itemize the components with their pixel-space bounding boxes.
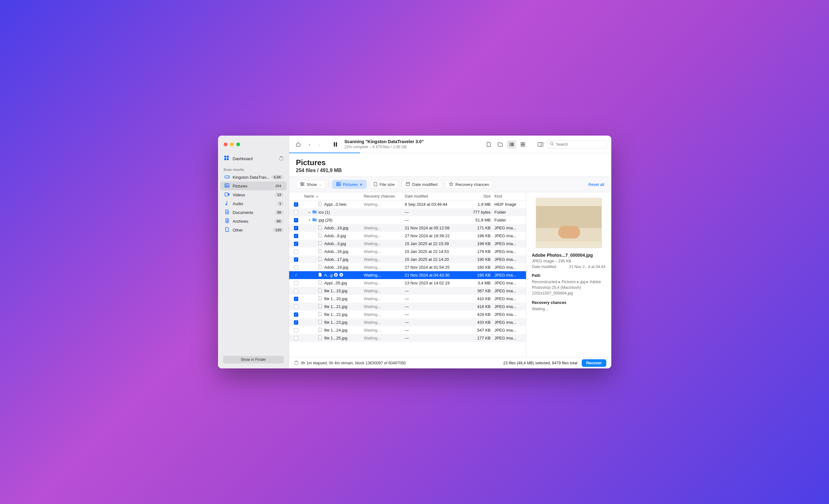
column-size[interactable]: Size xyxy=(465,194,495,199)
other-icon xyxy=(224,227,230,233)
show-in-finder-button[interactable]: Show in Finder xyxy=(223,356,284,363)
pause-scan-button[interactable] xyxy=(331,140,340,148)
row-checkbox[interactable] xyxy=(294,234,298,238)
file-row[interactable]: file 1...23.jpgWaiting...—433 KBJPEG ima… xyxy=(289,318,526,326)
file-row[interactable]: file 1...21.jpgWaiting...—418 KBJPEG ima… xyxy=(289,303,526,311)
file-row[interactable]: file 1...24.jpgWaiting...—547 KBJPEG ima… xyxy=(289,326,526,334)
column-recovery[interactable]: Recovery chances xyxy=(364,194,405,199)
row-checkbox[interactable] xyxy=(294,218,298,222)
column-kind[interactable]: Kind xyxy=(495,194,526,199)
row-date: 27 Nov 2024 at 01:54:25 xyxy=(405,265,465,269)
sidebar-device-badge: 6,5K xyxy=(272,175,283,179)
sidebar-item-label: Pictures xyxy=(233,184,274,188)
svg-rect-27 xyxy=(538,143,543,146)
filter-size[interactable]: File size xyxy=(370,180,399,189)
row-date: — xyxy=(405,336,465,340)
recover-button[interactable]: Recover xyxy=(582,359,606,367)
status-bar: 0h 1m elapsed, 0h 4m remain, block 13630… xyxy=(289,357,611,368)
sidebar-item-pictures[interactable]: Pictures254 xyxy=(220,182,287,190)
file-row[interactable]: file 1...20.jpgWaiting...—410 KBJPEG ima… xyxy=(289,295,526,303)
view-folder-button[interactable] xyxy=(496,140,505,148)
row-recovery: Waiting... xyxy=(364,202,405,207)
row-checkbox[interactable] xyxy=(294,313,298,317)
search-field[interactable] xyxy=(547,140,607,148)
folder-row[interactable]: ▸ico (1)—777 bytesFolder xyxy=(289,208,526,216)
row-checkbox[interactable] xyxy=(294,281,298,285)
back-button[interactable]: ‹ xyxy=(305,140,314,148)
dashboard-icon xyxy=(224,155,230,162)
reset-filters-button[interactable]: Reset all xyxy=(588,182,604,187)
file-row[interactable]: Adob...19.jpgWaiting...21 Nov 2024 at 05… xyxy=(289,224,526,232)
clear-filter-icon[interactable]: × xyxy=(360,182,362,187)
row-checkbox[interactable] xyxy=(294,289,298,293)
row-name: file 1...24.jpg xyxy=(324,328,348,332)
row-checkbox[interactable] xyxy=(294,304,298,309)
column-name[interactable]: Name ▴ xyxy=(302,194,364,199)
sidebar-device[interactable]: Kingston DataTrav... 6,5K xyxy=(220,173,287,182)
zoom-window-button[interactable] xyxy=(236,143,240,146)
file-row[interactable]: Adob...3.jpgWaiting...15 Jan 2025 at 22:… xyxy=(289,240,526,248)
close-window-button[interactable] xyxy=(224,143,227,146)
sidebar-item-archives[interactable]: Archives6K xyxy=(220,217,287,225)
row-checkbox[interactable] xyxy=(294,226,298,230)
forward-button[interactable]: › xyxy=(315,140,324,148)
file-row[interactable]: Adob...16.jpgWaiting...15 Jan 2025 at 22… xyxy=(289,248,526,255)
row-name: Adob...17.jpg xyxy=(324,257,349,262)
search-input[interactable] xyxy=(555,142,604,147)
disclosure-icon[interactable]: ▾ xyxy=(308,218,312,222)
view-file-button[interactable] xyxy=(484,140,494,148)
file-row[interactable]: Appl...0.heicWaiting...8 Sep 2024 at 03:… xyxy=(289,201,526,208)
minimize-window-button[interactable] xyxy=(230,143,234,146)
row-checkbox[interactable] xyxy=(294,336,298,340)
column-date[interactable]: Date modified xyxy=(405,194,465,199)
preview-meta: JPEG image – 195 KB xyxy=(532,259,606,263)
file-row[interactable]: file 1...22.jpgWaiting...—428 KBJPEG ima… xyxy=(289,311,526,318)
row-checkbox[interactable] xyxy=(294,265,298,269)
file-row[interactable]: A...g#Waiting...21 Nov 2024 at 04:43:301… xyxy=(289,271,526,279)
row-checkbox[interactable] xyxy=(294,297,298,301)
home-button[interactable] xyxy=(293,140,303,148)
svg-point-19 xyxy=(509,144,510,145)
row-kind: JPEG ima... xyxy=(495,288,526,293)
svg-point-29 xyxy=(550,142,553,145)
sidebar-item-other[interactable]: Other139 xyxy=(220,225,287,235)
drive-icon xyxy=(224,175,230,180)
row-name: Appl...05.jpg xyxy=(324,281,347,285)
sidebar-dashboard[interactable]: Dashboard xyxy=(220,153,287,164)
row-kind: JPEG ima... xyxy=(495,265,526,269)
sidebar-item-videos[interactable]: Videos13 xyxy=(220,190,287,199)
row-size: 195 KB xyxy=(465,273,495,278)
row-checkbox[interactable] xyxy=(294,273,298,278)
file-icon xyxy=(318,304,323,309)
view-list-button[interactable] xyxy=(507,140,516,148)
filter-recovery[interactable]: Recovery chances xyxy=(445,180,493,189)
row-checkbox[interactable] xyxy=(294,257,298,262)
file-row[interactable]: file 1...25.jpgWaiting...—177 KBJPEG ima… xyxy=(289,334,526,342)
view-grid-button[interactable] xyxy=(518,140,528,148)
row-checkbox[interactable] xyxy=(294,328,298,332)
file-row[interactable]: Adob...17.jpgWaiting...15 Jan 2025 at 22… xyxy=(289,255,526,263)
row-name: Adob...18.jpg xyxy=(324,265,349,269)
sidebar-item-audio[interactable]: Audio1 xyxy=(220,199,287,208)
row-checkbox[interactable] xyxy=(294,320,298,325)
sidebar-item-documents[interactable]: Documents58 xyxy=(220,208,287,217)
file-row[interactable]: Adob...8.jpgWaiting...27 Nov 2024 at 18:… xyxy=(289,232,526,240)
filter-date[interactable]: Date modified xyxy=(402,180,441,189)
row-checkbox[interactable] xyxy=(294,202,298,207)
svg-rect-25 xyxy=(521,145,522,146)
file-row[interactable]: Appl...05.jpgWaiting...13 Nov 2023 at 14… xyxy=(289,279,526,287)
file-icon xyxy=(318,264,323,270)
file-row[interactable]: Adob...18.jpgWaiting...27 Nov 2024 at 01… xyxy=(289,263,526,271)
row-name: file 1...20.jpg xyxy=(324,296,348,301)
row-recovery: Waiting... xyxy=(364,296,405,301)
folder-row[interactable]: ▾jpg (29)—51,8 MBFolder xyxy=(289,216,526,224)
filter-show[interactable]: Show ⌄ xyxy=(296,180,326,189)
filter-kind[interactable]: Pictures × xyxy=(332,180,366,189)
toggle-preview-button[interactable] xyxy=(536,140,545,148)
file-row[interactable]: file 1...15.jpgWaiting...—367 KBJPEG ima… xyxy=(289,287,526,295)
row-checkbox[interactable] xyxy=(294,250,298,254)
row-checkbox[interactable] xyxy=(294,242,298,246)
disclosure-icon[interactable]: ▸ xyxy=(308,211,312,214)
row-checkbox[interactable] xyxy=(294,210,298,215)
row-recovery: Waiting... xyxy=(364,273,405,278)
